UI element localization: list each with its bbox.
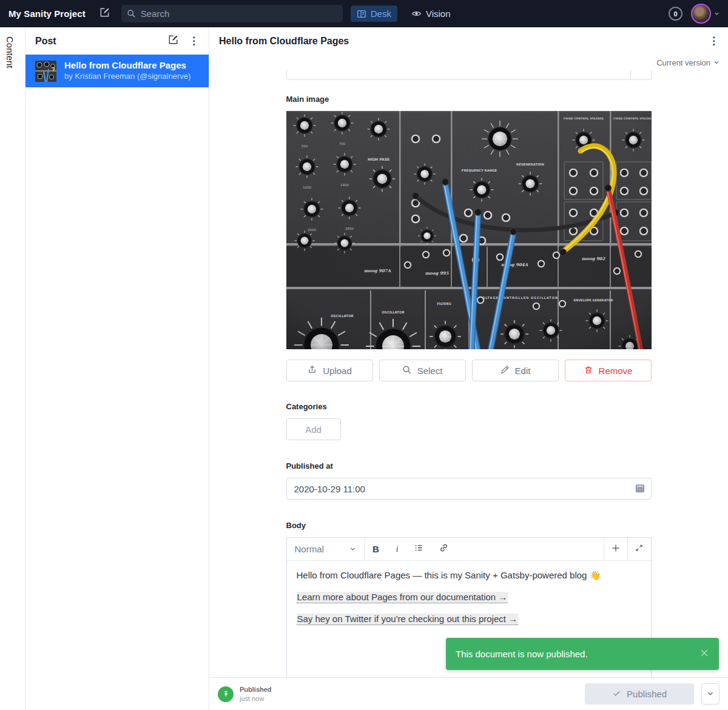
tab-vision-label: Vision: [426, 8, 451, 19]
publish-status-time: just now: [240, 694, 272, 703]
fullscreen-button[interactable]: [627, 538, 651, 560]
tab-desk-label: Desk: [371, 8, 391, 19]
post-item-title: Hello from Cloudflare Pages: [64, 60, 190, 72]
italic-button[interactable]: i: [388, 538, 407, 560]
calendar-icon[interactable]: [635, 483, 645, 496]
body-link[interactable]: Say hey on Twitter if you're checking ou…: [297, 614, 519, 625]
published-at-input[interactable]: [286, 478, 652, 500]
select-button[interactable]: Select: [379, 360, 466, 381]
document-header: Hello from Cloudflare Pages ⋮: [209, 27, 728, 55]
main-row: Content Post ⋮ Hello from Cloudflare Pag…: [0, 27, 728, 710]
upload-icon: [307, 364, 317, 377]
toolbar-spacer: [457, 538, 604, 560]
document-form: Main image: [286, 70, 652, 677]
published-at-label: Published at: [286, 461, 652, 471]
kebab-icon: ⋮: [709, 35, 719, 47]
sanity-studio: My Sanity Project Desk Vision 0: [0, 0, 728, 710]
clipped-field: [286, 70, 652, 80]
search-icon: [127, 9, 136, 18]
published-button[interactable]: Published: [585, 683, 694, 705]
insert-block-button[interactable]: [604, 538, 627, 560]
clipped-field-input[interactable]: [286, 70, 652, 80]
post-panel-menu-button[interactable]: ⋮: [189, 36, 199, 46]
edit-button[interactable]: Edit: [472, 360, 559, 381]
expand-icon: [635, 543, 644, 555]
kebab-icon: ⋮: [189, 36, 199, 46]
link-button[interactable]: [431, 538, 457, 560]
main-image-label: Main image: [286, 95, 652, 104]
publish-status-title: Published: [240, 685, 272, 694]
post-panel: Post ⋮ Hello from Cloudflare Pages by Kr…: [25, 27, 209, 710]
compose-icon: [167, 34, 179, 48]
close-icon: [698, 647, 710, 661]
published-at-field: [286, 478, 652, 500]
bulleted-list-icon: [414, 543, 424, 555]
new-document-button[interactable]: [99, 7, 110, 21]
compose-icon: [99, 7, 110, 21]
post-item-thumbnail: [35, 61, 56, 82]
search-input[interactable]: [121, 5, 343, 22]
toast-close-button[interactable]: [698, 647, 710, 661]
post-panel-header: Post ⋮: [25, 27, 209, 55]
check-icon: [612, 689, 621, 700]
link-icon: [439, 543, 449, 555]
main-image-photo: 500 700 1000 1400 2000 2600 HIGH PASS: [286, 111, 652, 349]
notifications-badge[interactable]: 0: [669, 7, 682, 21]
post-panel-title: Post: [35, 36, 158, 47]
search-icon: [402, 365, 412, 377]
version-label: Current version: [656, 58, 710, 67]
body-label: Body: [286, 521, 652, 530]
toast: This document is now published.: [446, 638, 719, 670]
style-dropdown[interactable]: Normal: [287, 538, 365, 560]
publish-menu-button[interactable]: [701, 683, 720, 705]
footer-actions: Published: [585, 683, 720, 705]
upload-button[interactable]: Upload: [286, 360, 373, 381]
select-label: Select: [417, 366, 443, 376]
publish-status-text: Published just now: [240, 685, 272, 703]
content-rail-label: Content: [5, 36, 15, 69]
body-link[interactable]: Learn more about Pages from our document…: [297, 592, 508, 603]
add-category-button[interactable]: Add: [286, 418, 341, 440]
post-list-item[interactable]: Hello from Cloudflare Pages by Kristian …: [25, 55, 209, 87]
publish-status-icon: [218, 686, 234, 702]
post-item-subtitle: by Kristian Freeman (@signalnerve): [64, 72, 190, 82]
create-post-button[interactable]: [167, 34, 179, 48]
project-title: My Sanity Project: [8, 8, 86, 19]
editor-content[interactable]: Hello from Cloudflare Pages — this is my…: [287, 561, 651, 626]
document-scroll-area[interactable]: Current version Main image: [209, 55, 728, 677]
bold-button[interactable]: B: [365, 538, 388, 560]
remove-label: Remove: [599, 366, 633, 376]
eye-icon: [411, 8, 422, 19]
search-field: [121, 5, 343, 22]
bulleted-list-button[interactable]: [407, 538, 431, 560]
content-rail[interactable]: Content: [0, 27, 25, 710]
navbar: My Sanity Project Desk Vision 0: [0, 0, 728, 27]
document-footer: Published just now Published: [209, 677, 728, 710]
upload-label: Upload: [323, 366, 352, 376]
document-title: Hello from Cloudflare Pages: [219, 36, 709, 47]
published-button-label: Published: [627, 689, 667, 699]
chevron-down-icon: [713, 58, 720, 67]
chevron-down-icon: [707, 689, 714, 700]
main-image-preview[interactable]: 500 700 1000 1400 2000 2600 HIGH PASS: [286, 111, 652, 349]
body-paragraph: Hello from Cloudflare Pages — this is my…: [297, 569, 641, 582]
navbar-right: 0: [669, 4, 720, 24]
edit-label: Edit: [515, 366, 531, 376]
image-actions: Upload Select Edit: [286, 360, 652, 381]
chevron-down-icon: [714, 11, 720, 16]
version-switcher[interactable]: Current version: [209, 56, 728, 69]
tab-vision[interactable]: Vision: [405, 5, 457, 22]
style-dropdown-value: Normal: [295, 544, 324, 554]
clipped-field-divider: [630, 70, 631, 80]
avatar[interactable]: [691, 4, 711, 24]
document-menu-button[interactable]: ⋮: [709, 36, 719, 46]
desk-icon: [357, 9, 366, 19]
chevron-down-icon: [349, 544, 356, 554]
document-pane: Hello from Cloudflare Pages ⋮ Current ve…: [209, 27, 728, 710]
toast-message: This document is now published.: [456, 649, 698, 659]
plus-icon: [611, 543, 621, 555]
pencil-icon: [500, 365, 510, 377]
remove-button[interactable]: Remove: [565, 360, 652, 381]
tab-desk[interactable]: Desk: [351, 5, 397, 22]
trash-icon: [584, 365, 593, 377]
